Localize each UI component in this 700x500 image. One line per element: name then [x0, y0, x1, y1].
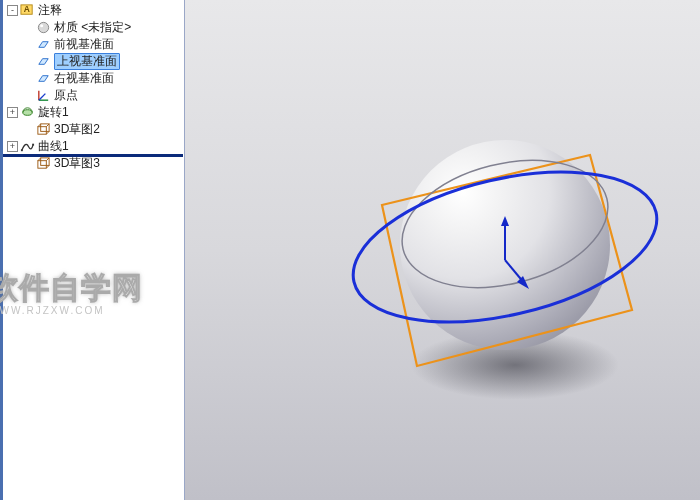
svg-marker-5 [39, 59, 48, 65]
tree-item-label: 材质 <未指定> [54, 20, 131, 35]
svg-rect-17 [32, 144, 34, 146]
svg-text:A: A [24, 4, 30, 14]
svg-rect-11 [38, 127, 46, 135]
tree-end-marker [3, 154, 183, 157]
annotation-icon: A [20, 3, 35, 18]
tree-item-label: 注释 [38, 3, 62, 18]
tree-item-3[interactable]: 上视基准面 [3, 53, 184, 70]
3dsketch-icon [36, 156, 51, 171]
tree-item-label: 旋转1 [38, 105, 69, 120]
tree-item-2[interactable]: 前视基准面 [3, 36, 184, 53]
tree-item-9[interactable]: 3D草图3 [3, 155, 184, 172]
tree-item-6[interactable]: +旋转1 [3, 104, 184, 121]
watermark: 软件自学网 WWW.RJZXW.COM [0, 268, 143, 316]
tree-item-4[interactable]: 右视基准面 [3, 70, 184, 87]
tree-item-label: 3D草图3 [54, 156, 100, 171]
plane-icon [36, 71, 51, 86]
tree-item-5[interactable]: 原点 [3, 87, 184, 104]
3dsketch-icon [36, 122, 51, 137]
tree-item-label: 上视基准面 [54, 53, 120, 70]
svg-point-10 [23, 110, 32, 116]
tree-item-1[interactable]: 材质 <未指定> [3, 19, 184, 36]
svg-marker-6 [39, 76, 48, 82]
tree-item-label: 右视基准面 [54, 71, 114, 86]
tree-item-8[interactable]: +曲线1 [3, 138, 184, 155]
tree-item-label: 曲线1 [38, 139, 69, 154]
svg-point-2 [38, 22, 48, 32]
watermark-title: 软件自学网 [0, 268, 143, 309]
feature-tree[interactable]: -A注释材质 <未指定>前视基准面上视基准面右视基准面原点+旋转13D草图2+曲… [3, 0, 184, 174]
feature-tree-panel: -A注释材质 <未指定>前视基准面上视基准面右视基准面原点+旋转13D草图2+曲… [0, 0, 185, 500]
expander-icon[interactable]: - [7, 5, 18, 16]
tree-item-label: 3D草图2 [54, 122, 100, 137]
origin-icon [36, 88, 51, 103]
tree-item-0[interactable]: -A注释 [3, 2, 184, 19]
svg-rect-16 [21, 149, 23, 151]
svg-rect-18 [38, 161, 46, 169]
tree-item-label: 原点 [54, 88, 78, 103]
revolve-icon [20, 105, 35, 120]
expander-icon[interactable]: + [7, 141, 18, 152]
plane-icon [36, 37, 51, 52]
svg-marker-4 [39, 42, 48, 48]
svg-line-9 [39, 94, 46, 101]
plane-icon [36, 54, 51, 69]
tree-item-7[interactable]: 3D草图2 [3, 121, 184, 138]
tree-item-label: 前视基准面 [54, 37, 114, 52]
svg-point-3 [40, 24, 43, 27]
3d-viewport[interactable] [185, 0, 700, 500]
expander-icon[interactable]: + [7, 107, 18, 118]
material-icon [36, 20, 51, 35]
curve-icon [20, 139, 35, 154]
sphere-body[interactable] [400, 140, 610, 350]
